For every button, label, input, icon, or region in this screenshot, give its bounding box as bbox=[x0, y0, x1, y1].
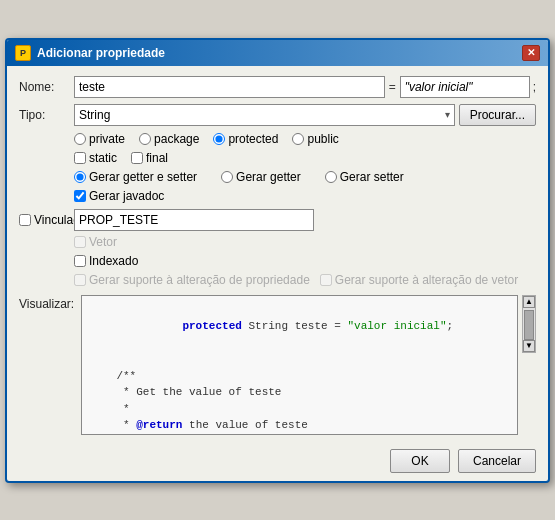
indexado-checkbox-item[interactable]: Indexado bbox=[74, 254, 138, 268]
suporte-vetor-checkbox-item: Gerar suporte à alteração de vetor bbox=[320, 273, 518, 287]
code-line-4: * Get the value of teste bbox=[90, 384, 509, 401]
nome-row: Nome: = ; bbox=[19, 76, 536, 98]
final-checkbox[interactable] bbox=[131, 152, 143, 164]
public-label: public bbox=[307, 132, 338, 146]
javadoc-checkbox[interactable] bbox=[74, 190, 86, 202]
public-radio[interactable] bbox=[292, 133, 304, 145]
private-radio-item[interactable]: private bbox=[74, 132, 125, 146]
add-property-dialog: P Adicionar propriedade ✕ Nome: = ; Tipo… bbox=[5, 38, 550, 483]
vinculado-input[interactable] bbox=[74, 209, 314, 231]
final-checkbox-item[interactable]: final bbox=[131, 151, 168, 165]
vetor-checkbox-item[interactable]: Vetor bbox=[74, 235, 117, 249]
protected-radio[interactable] bbox=[213, 133, 225, 145]
dropdown-arrow-icon: ▾ bbox=[445, 109, 450, 120]
string-value: "valor inicial" bbox=[347, 320, 446, 332]
dialog-footer: OK Cancelar bbox=[7, 443, 548, 481]
tipo-label: Tipo: bbox=[19, 108, 74, 122]
keyword-protected: protected bbox=[182, 320, 241, 332]
scroll-up-button[interactable]: ▲ bbox=[523, 296, 535, 308]
static-checkbox[interactable] bbox=[74, 152, 86, 164]
static-checkbox-item[interactable]: static bbox=[74, 151, 117, 165]
getter-radio[interactable] bbox=[221, 171, 233, 183]
protected-label: protected bbox=[228, 132, 278, 146]
dialog-body: Nome: = ; Tipo: String ▾ Procurar... pri… bbox=[7, 66, 548, 443]
suporte-vetor-checkbox bbox=[320, 274, 332, 286]
getter-setter-radio[interactable] bbox=[74, 171, 86, 183]
package-radio[interactable] bbox=[139, 133, 151, 145]
visualizar-label: Visualizar: bbox=[19, 295, 77, 311]
javadoc-checkbox-item[interactable]: Gerar javadoc bbox=[74, 189, 164, 203]
semicolon: ; bbox=[533, 80, 536, 94]
procurar-button[interactable]: Procurar... bbox=[459, 104, 536, 126]
code-line-1: protected String teste = "valor inicial"… bbox=[90, 302, 509, 352]
scrollbar[interactable]: ▲ ▼ bbox=[522, 295, 536, 353]
vinculado-checkbox[interactable] bbox=[19, 214, 31, 226]
code-line-5: * bbox=[90, 401, 509, 418]
public-radio-item[interactable]: public bbox=[292, 132, 338, 146]
vinculado-row: Vinculado bbox=[19, 209, 536, 231]
access-modifiers-row: private package protected public bbox=[74, 132, 536, 146]
suporte-alteracao-checkbox-item: Gerar suporte à alteração de propriedade bbox=[74, 273, 310, 287]
tipo-wrapper: String ▾ Procurar... bbox=[74, 104, 536, 126]
getter-setter-radio-item[interactable]: Gerar getter e setter bbox=[74, 170, 197, 184]
dialog-icon: P bbox=[15, 45, 31, 61]
suporte-alteracao-label: Gerar suporte à alteração de propriedade bbox=[89, 273, 310, 287]
javadoc-label: Gerar javadoc bbox=[89, 189, 164, 203]
code-line-2 bbox=[90, 351, 509, 368]
getter-radio-item[interactable]: Gerar getter bbox=[221, 170, 301, 184]
nome-input[interactable] bbox=[74, 76, 385, 98]
at-return: @return bbox=[136, 419, 182, 431]
tipo-row: Tipo: String ▾ Procurar... bbox=[19, 104, 536, 126]
cancel-button[interactable]: Cancelar bbox=[458, 449, 536, 473]
private-radio[interactable] bbox=[74, 133, 86, 145]
javadoc-row: Gerar javadoc bbox=[74, 189, 536, 203]
vinculado-checkbox-item[interactable]: Vinculado bbox=[19, 213, 74, 227]
protected-radio-item[interactable]: protected bbox=[213, 132, 278, 146]
indexado-row: Indexado bbox=[74, 254, 536, 268]
suporte-vetor-label: Gerar suporte à alteração de vetor bbox=[335, 273, 518, 287]
getter-row: Gerar getter e setter Gerar getter Gerar… bbox=[74, 170, 536, 184]
vetor-checkbox bbox=[74, 236, 86, 248]
visualizar-section: Visualizar: protected String teste = "va… bbox=[19, 295, 536, 435]
scroll-down-button[interactable]: ▼ bbox=[523, 340, 535, 352]
package-label: package bbox=[154, 132, 199, 146]
title-bar: P Adicionar propriedade ✕ bbox=[7, 40, 548, 66]
indexado-label: Indexado bbox=[89, 254, 138, 268]
private-label: private bbox=[89, 132, 125, 146]
scroll-thumb[interactable] bbox=[524, 310, 534, 340]
code-line-7: */ bbox=[90, 434, 509, 435]
static-label: static bbox=[89, 151, 117, 165]
code-preview: protected String teste = "valor inicial"… bbox=[81, 295, 518, 435]
package-radio-item[interactable]: package bbox=[139, 132, 199, 146]
initial-value-input[interactable] bbox=[400, 76, 530, 98]
code-line-6: * @return the value of teste bbox=[90, 417, 509, 434]
setter-radio-item[interactable]: Gerar setter bbox=[325, 170, 404, 184]
indexado-checkbox[interactable] bbox=[74, 255, 86, 267]
setter-label: Gerar setter bbox=[340, 170, 404, 184]
code-line-3: /** bbox=[90, 368, 509, 385]
dialog-title: Adicionar propriedade bbox=[37, 46, 165, 60]
getter-label: Gerar getter bbox=[236, 170, 301, 184]
suporte-row: Gerar suporte à alteração de propriedade… bbox=[74, 273, 536, 287]
title-bar-left: P Adicionar propriedade bbox=[15, 45, 165, 61]
getter-setter-label: Gerar getter e setter bbox=[89, 170, 197, 184]
close-button[interactable]: ✕ bbox=[522, 45, 540, 61]
suporte-alteracao-checkbox bbox=[74, 274, 86, 286]
setter-radio[interactable] bbox=[325, 171, 337, 183]
equals-sign: = bbox=[389, 80, 396, 94]
final-label: final bbox=[146, 151, 168, 165]
vetor-row: Vetor bbox=[74, 235, 536, 249]
vetor-label: Vetor bbox=[89, 235, 117, 249]
nome-label: Nome: bbox=[19, 80, 74, 94]
tipo-select[interactable]: String ▾ bbox=[74, 104, 455, 126]
ok-button[interactable]: OK bbox=[390, 449, 450, 473]
modifiers-row: static final bbox=[74, 151, 536, 165]
